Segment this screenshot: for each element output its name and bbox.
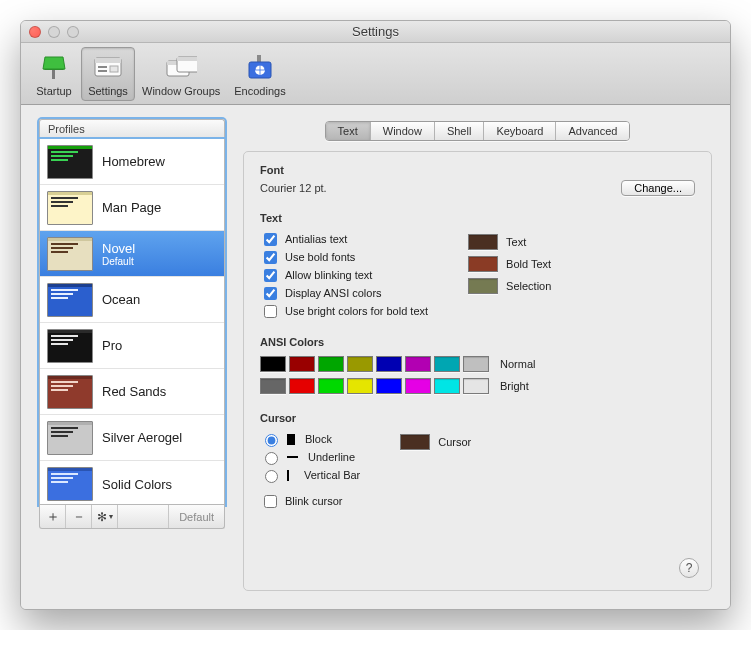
profile-row-silver-aerogel[interactable]: Silver Aerogel (40, 415, 224, 461)
bold-text-color-label: Bold Text (506, 258, 551, 270)
profile-row-solid-colors[interactable]: Solid Colors (40, 461, 224, 505)
blinking-text-checkbox[interactable]: Allow blinking text (260, 266, 428, 284)
ansi-color-swatch[interactable] (463, 378, 489, 394)
svg-rect-4 (95, 58, 121, 63)
ansi-normal-row: Normal (260, 354, 695, 374)
profile-thumbnail-icon (47, 145, 93, 179)
settings-icon (92, 51, 124, 83)
close-icon[interactable] (29, 26, 41, 38)
ansi-color-swatch[interactable] (405, 378, 431, 394)
cursor-color-label: Cursor (438, 436, 471, 448)
profile-name: Red Sands (102, 384, 166, 399)
profile-row-novel[interactable]: NovelDefault (40, 231, 224, 277)
tab-window[interactable]: Window (371, 122, 435, 140)
selection-color-label: Selection (506, 280, 551, 292)
cursor-vertical-bar-radio[interactable]: Vertical Bar (260, 466, 360, 484)
profile-thumbnail-icon (47, 283, 93, 317)
selection-color-swatch[interactable] (468, 278, 498, 294)
tab-keyboard[interactable]: Keyboard (484, 122, 556, 140)
ansi-color-swatch[interactable] (260, 378, 286, 394)
profile-name: Ocean (102, 292, 140, 307)
ansi-colors-checkbox[interactable]: Display ANSI colors (260, 284, 428, 302)
ansi-color-swatch[interactable] (405, 356, 431, 372)
profile-name: Novel (102, 241, 135, 256)
toolbar-startup[interactable]: Startup (27, 47, 81, 101)
ansi-color-swatch[interactable] (376, 356, 402, 372)
tab-shell[interactable]: Shell (435, 122, 484, 140)
help-icon: ? (686, 561, 693, 575)
set-default-button[interactable]: Default (168, 505, 224, 528)
text-color-swatch[interactable] (468, 234, 498, 250)
settings-pane: TextWindowShellKeyboardAdvanced Font Cou… (243, 119, 712, 591)
profiles-header[interactable]: Profiles (39, 119, 225, 139)
tab-text[interactable]: Text (326, 122, 371, 140)
profile-thumbnail-icon (47, 467, 93, 501)
bright-bold-checkbox[interactable]: Use bright colors for bold text (260, 302, 428, 320)
startup-icon (38, 51, 70, 83)
ansi-color-swatch[interactable] (463, 356, 489, 372)
profile-thumbnail-icon (47, 191, 93, 225)
ansi-bright-row: Bright (260, 376, 695, 396)
profile-name: Silver Aerogel (102, 430, 182, 445)
profile-row-ocean[interactable]: Ocean (40, 277, 224, 323)
encodings-icon (244, 51, 276, 83)
ansi-color-swatch[interactable] (318, 378, 344, 394)
profile-name: Homebrew (102, 154, 165, 169)
toolbar-settings[interactable]: Settings (81, 47, 135, 101)
change-font-button[interactable]: Change... (621, 180, 695, 196)
toolbar-label: Encodings (234, 85, 285, 97)
profile-name: Solid Colors (102, 477, 172, 492)
profile-name: Man Page (102, 200, 161, 215)
block-cursor-icon (287, 434, 295, 445)
svg-rect-11 (177, 57, 197, 61)
ansi-color-swatch[interactable] (347, 356, 373, 372)
ansi-color-swatch[interactable] (434, 356, 460, 372)
antialias-checkbox[interactable]: Antialias text (260, 230, 428, 248)
tab-advanced[interactable]: Advanced (556, 122, 629, 140)
help-button[interactable]: ? (679, 558, 699, 578)
add-profile-button[interactable]: ＋ (40, 505, 66, 528)
ansi-section-title: ANSI Colors (260, 336, 695, 348)
ansi-color-swatch[interactable] (347, 378, 373, 394)
ansi-color-swatch[interactable] (289, 356, 315, 372)
text-color-label: Text (506, 236, 526, 248)
cursor-section-title: Cursor (260, 412, 695, 424)
vertical-bar-cursor-icon (287, 470, 289, 481)
cursor-underline-radio[interactable]: Underline (260, 448, 360, 466)
profile-row-man-page[interactable]: Man Page (40, 185, 224, 231)
minimize-icon[interactable] (48, 26, 60, 38)
blink-cursor-checkbox[interactable]: Blink cursor (260, 492, 360, 510)
profiles-list[interactable]: HomebrewMan PageNovelDefaultOceanProRed … (39, 139, 225, 505)
cursor-color-swatch[interactable] (400, 434, 430, 450)
ansi-color-swatch[interactable] (376, 378, 402, 394)
profile-thumbnail-icon (47, 237, 93, 271)
toolbar-label: Window Groups (142, 85, 220, 97)
ansi-color-swatch[interactable] (318, 356, 344, 372)
remove-profile-button[interactable]: － (66, 505, 92, 528)
profile-actions-button[interactable]: ✻▾ (92, 505, 118, 528)
svg-marker-1 (43, 57, 65, 69)
bold-fonts-checkbox[interactable]: Use bold fonts (260, 248, 428, 266)
profile-row-homebrew[interactable]: Homebrew (40, 139, 224, 185)
svg-rect-7 (110, 66, 118, 72)
ansi-color-swatch[interactable] (260, 356, 286, 372)
toolbar-window-groups[interactable]: Window Groups (135, 47, 227, 101)
ansi-color-swatch[interactable] (289, 378, 315, 394)
settings-window: Settings Startup Settings Window Groups … (20, 20, 731, 610)
toolbar-encodings[interactable]: Encodings (227, 47, 292, 101)
settings-tabs: TextWindowShellKeyboardAdvanced (325, 121, 631, 141)
ansi-color-swatch[interactable] (434, 378, 460, 394)
ansi-row-label: Normal (500, 358, 535, 370)
font-section-title: Font (260, 164, 695, 176)
bold-text-color-swatch[interactable] (468, 256, 498, 272)
toolbar: Startup Settings Window Groups Encodings (21, 43, 730, 105)
ansi-row-label: Bright (500, 380, 529, 392)
profile-thumbnail-icon (47, 421, 93, 455)
profile-row-pro[interactable]: Pro (40, 323, 224, 369)
gear-icon: ✻ (97, 510, 107, 524)
window-groups-icon (165, 51, 197, 83)
text-section-title: Text (260, 212, 695, 224)
profile-row-red-sands[interactable]: Red Sands (40, 369, 224, 415)
cursor-block-radio[interactable]: Block (260, 430, 360, 448)
zoom-icon[interactable] (67, 26, 79, 38)
